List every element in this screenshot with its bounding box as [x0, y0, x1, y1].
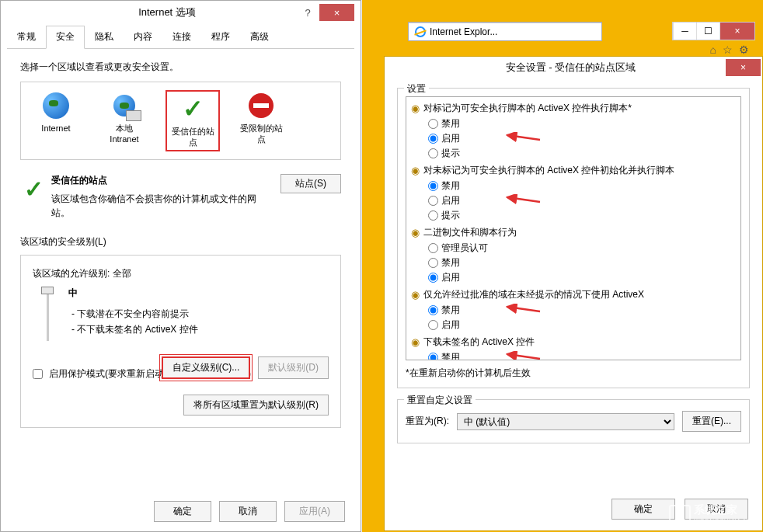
level-name: 中	[68, 287, 329, 300]
level-desc-1: - 下载潜在不安全内容前提示	[68, 306, 329, 322]
option-label: 提示	[441, 147, 460, 160]
reset-button[interactable]: 重置(E)...	[682, 411, 741, 432]
help-button[interactable]: ?	[296, 4, 319, 21]
zone-restricted[interactable]: 受限制的站 点	[234, 90, 288, 151]
svg-line-3	[507, 354, 540, 359]
annotation-arrow-icon	[503, 194, 542, 208]
settings-option[interactable]: 启用	[409, 270, 737, 285]
settings-option[interactable]: 提示	[409, 208, 737, 223]
option-radio[interactable]	[428, 134, 438, 144]
option-radio[interactable]	[428, 320, 438, 330]
apply-button[interactable]: 应用(A)	[284, 501, 345, 522]
svg-line-2	[507, 307, 540, 311]
protected-mode-checkbox[interactable]	[33, 369, 43, 379]
option-radio[interactable]	[428, 181, 438, 191]
settings-group: ◉对标记为可安全执行脚本的 ActiveX 控件执行脚本*禁用启用提示	[409, 100, 737, 161]
tab-general[interactable]: 常规	[7, 26, 46, 48]
tab-privacy[interactable]: 隐私	[85, 26, 124, 48]
settings-option[interactable]: 启用	[409, 193, 737, 208]
reset-legend: 重置自定义设置	[404, 394, 476, 407]
svg-line-1	[507, 197, 540, 202]
maximize-button[interactable]: ☐	[696, 23, 719, 40]
settings-option[interactable]: 启用	[409, 318, 737, 332]
close-button[interactable]: ×	[319, 4, 354, 21]
minimize-button[interactable]: ─	[673, 23, 696, 40]
option-label: 启用	[441, 271, 460, 284]
reset-to-label: 重置为(R):	[406, 415, 449, 428]
tab-programs[interactable]: 程序	[201, 26, 240, 48]
settings-group-label: ◉对标记为可安全执行脚本的 ActiveX 控件执行脚本*	[409, 100, 737, 116]
option-radio[interactable]	[428, 273, 438, 283]
reset-all-zones-button[interactable]: 将所有区域重置为默认级别(R)	[183, 395, 329, 416]
settings-option[interactable]: 禁用	[409, 179, 737, 193]
zone-internet[interactable]: Internet	[29, 90, 83, 151]
security-close-button[interactable]: ×	[726, 59, 761, 76]
dialog-title: Internet 选项	[7, 5, 296, 19]
watermark: 系统之家 XITONGZHIJIA.NET	[669, 503, 757, 524]
close-window-button[interactable]: ×	[719, 23, 754, 40]
custom-level-button[interactable]: 自定义级别(C)...	[162, 356, 251, 379]
zone-trusted[interactable]: ✓ 受信任的站 点	[165, 90, 220, 151]
gear-icon: ◉	[409, 103, 420, 114]
globe-icon	[43, 92, 69, 119]
security-level-slider[interactable]	[40, 287, 54, 356]
option-radio[interactable]	[428, 119, 438, 129]
option-label: 禁用	[441, 117, 460, 130]
tab-content[interactable]: 内容	[124, 26, 162, 48]
internet-options-dialog: Internet 选项 ? × 常规 安全 隐私 内容 连接 程序 高级 选择一…	[0, 0, 361, 532]
default-level-button[interactable]: 默认级别(D)	[258, 356, 329, 379]
settings-group: ◉二进制文件和脚本行为管理员认可禁用启用	[409, 224, 737, 285]
browser-tab[interactable]: Internet Explor...	[409, 23, 601, 40]
tab-advanced[interactable]: 高级	[240, 26, 279, 48]
security-ok-button[interactable]: 确定	[611, 499, 675, 520]
option-radio[interactable]	[428, 353, 438, 360]
favorites-icon[interactable]: ☆	[723, 43, 733, 56]
security-settings-dialog: 安全设置 - 受信任的站点区域 × 设置 ◉对标记为可安全执行脚本的 Activ…	[384, 56, 763, 531]
zone-name-internet: Internet	[29, 123, 83, 134]
option-label: 启用	[441, 318, 460, 332]
allowed-levels: 该区域的允许级别: 全部	[33, 267, 329, 280]
checkmark-icon: ✓	[24, 176, 44, 203]
gear-icon: ◉	[409, 165, 420, 176]
zone-info: ✓ 受信任的站点 该区域包含你确信不会损害你的计算机或文件的网站。 站点(S)	[20, 174, 341, 220]
option-radio[interactable]	[428, 258, 438, 268]
reset-fieldset: 重置自定义设置 重置为(R): 中 (默认值) 重置(E)...	[397, 399, 750, 443]
settings-option[interactable]: 禁用	[409, 256, 737, 270]
tab-strip: 常规 安全 隐私 内容 连接 程序 高级	[7, 26, 354, 49]
option-label: 禁用	[441, 256, 460, 269]
option-radio[interactable]	[428, 196, 438, 206]
option-radio[interactable]	[428, 210, 438, 221]
sites-button[interactable]: 站点(S)	[280, 174, 341, 193]
security-level-label: 该区域的安全级别(L)	[20, 235, 341, 249]
option-label: 启用	[441, 132, 460, 145]
level-desc-2: - 不下载未签名的 ActiveX 控件	[68, 322, 329, 337]
option-label: 禁用	[441, 304, 460, 317]
settings-option[interactable]: 启用	[409, 131, 737, 146]
settings-option[interactable]: 禁用	[409, 116, 737, 131]
gear-icon: ◉	[409, 337, 420, 348]
option-radio[interactable]	[428, 305, 438, 315]
option-label: 禁用	[441, 351, 460, 360]
security-dialog-title: 安全设置 - 受信任的站点区域	[385, 61, 726, 75]
zone-selector: Internet 本地 Intranet ✓ 受信任的站 点 受限制的站 点	[20, 82, 341, 160]
settings-tree[interactable]: ◉对标记为可安全执行脚本的 ActiveX 控件执行脚本*禁用启用提示◉对未标记…	[406, 96, 741, 360]
option-label: 启用	[441, 194, 460, 207]
settings-fieldset: 设置 ◉对标记为可安全执行脚本的 ActiveX 控件执行脚本*禁用启用提示◉对…	[397, 88, 750, 388]
ie-icon	[415, 26, 426, 37]
settings-gear-icon[interactable]: ⚙	[739, 43, 749, 56]
ok-button[interactable]: 确定	[154, 501, 211, 522]
reset-level-select[interactable]: 中 (默认值)	[457, 413, 674, 430]
home-icon[interactable]: ⌂	[710, 43, 716, 56]
option-radio[interactable]	[428, 148, 438, 158]
settings-option[interactable]: 禁用	[409, 350, 737, 360]
settings-option[interactable]: 管理员认可	[409, 241, 737, 256]
settings-option[interactable]: 禁用	[409, 303, 737, 318]
tab-security[interactable]: 安全	[46, 26, 85, 49]
cancel-button[interactable]: 取消	[219, 501, 277, 522]
settings-option[interactable]: 提示	[409, 146, 737, 161]
tab-connections[interactable]: 连接	[162, 26, 201, 48]
settings-legend: 设置	[404, 82, 429, 96]
zone-intranet[interactable]: 本地 Intranet	[97, 90, 152, 151]
watermark-logo-icon	[669, 505, 691, 523]
option-radio[interactable]	[428, 243, 438, 253]
